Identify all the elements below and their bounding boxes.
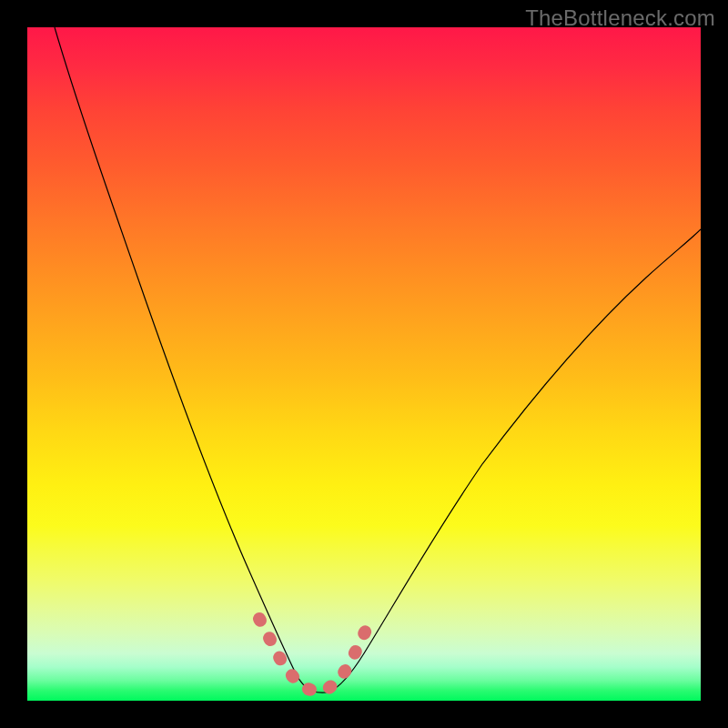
curve-left-branch xyxy=(55,27,311,691)
curve-right-branch xyxy=(329,229,701,692)
chart-plot-area xyxy=(27,27,701,701)
highlight-markers xyxy=(259,619,371,692)
watermark-text: TheBottleneck.com xyxy=(525,5,715,31)
chart-svg xyxy=(27,27,701,701)
